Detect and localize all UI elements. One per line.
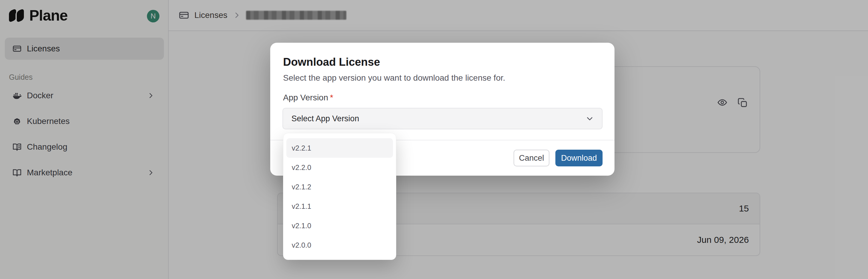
modal-title: Download License (283, 56, 380, 68)
dropdown-option[interactable]: v2.2.0 (286, 158, 393, 177)
app-version-select[interactable]: Select App Version (282, 108, 602, 129)
download-button[interactable]: Download (555, 150, 602, 166)
modal-subtitle: Select the app version you want to downl… (283, 73, 505, 83)
dropdown-option[interactable]: v2.1.0 (286, 216, 393, 236)
dropdown-option[interactable]: v2.1.1 (286, 196, 393, 216)
app-version-dropdown: v2.2.1 v2.2.0 v2.1.2 v2.1.1 v2.1.0 v2.0.… (283, 133, 396, 260)
app-window: Plane Licenses Guides Docker Kubernetes … (0, 0, 868, 279)
app-version-label-text: App Version (283, 93, 328, 102)
app-version-label: App Version* (283, 93, 333, 102)
modal-footer: Cancel Download (514, 150, 602, 166)
select-placeholder: Select App Version (291, 114, 586, 123)
dropdown-option[interactable]: v2.1.2 (286, 177, 393, 196)
chevron-down-icon (586, 115, 594, 122)
dropdown-option[interactable]: v2.2.1 (286, 138, 393, 158)
dropdown-option[interactable]: v2.0.0 (286, 236, 393, 255)
required-asterisk: * (330, 93, 333, 102)
cancel-button[interactable]: Cancel (514, 150, 549, 166)
